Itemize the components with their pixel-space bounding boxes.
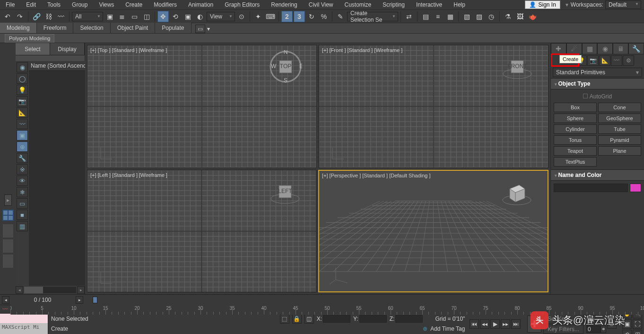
viewport-top[interactable]: [+] [Top ] [Standard ] [Wireframe ] TOPN… — [87, 45, 317, 168]
left-slot-1[interactable] — [2, 224, 14, 238]
menu-scripting[interactable]: Scripting — [377, 0, 410, 9]
filter-frozen-icon[interactable]: ❄ — [17, 187, 28, 197]
btn-tube[interactable]: Tube — [598, 124, 641, 134]
signin-dropdown[interactable]: ▾ — [563, 1, 571, 8]
bind-button[interactable]: 〰 — [55, 11, 67, 22]
cat-cameras[interactable]: 📷 — [587, 55, 599, 66]
ribbon-arrow-icon[interactable]: ▾ — [207, 26, 210, 32]
manipulate-button[interactable]: ✦ — [252, 11, 264, 22]
btn-torus[interactable]: Torus — [554, 135, 597, 145]
tab-hierarchy[interactable]: ▦ — [582, 43, 598, 54]
layers-button[interactable]: ≡ — [432, 11, 444, 22]
snap-toggle-button[interactable]: 2 — [281, 11, 293, 22]
coord-y-input[interactable] — [359, 315, 387, 323]
viewport-left-label[interactable]: [+] [Left ] [Standard ] [Wireframe ] — [90, 172, 167, 178]
edit-named-sel-button[interactable]: ✎ — [335, 11, 346, 22]
keyboard-shortcut-button[interactable]: ⌨ — [265, 11, 276, 22]
ribbon-populate[interactable]: Populate — [155, 23, 191, 33]
filter-xrefs-icon[interactable]: ⊕ — [17, 141, 28, 152]
viewport-front[interactable]: [+] [Front ] [Standard ] [Wireframe ] FR… — [319, 45, 548, 168]
scene-tab-display[interactable]: Display — [50, 43, 85, 55]
rectangle-select-button[interactable]: ▭ — [129, 11, 140, 22]
selection-lock-button[interactable]: ⬚ — [280, 314, 289, 324]
btn-teapot[interactable]: Teapot — [554, 146, 597, 156]
goto-start-button[interactable]: ⏮ — [470, 319, 479, 329]
filter-groups-icon[interactable]: ▣ — [17, 130, 28, 141]
flyout-toggle[interactable]: ▸ — [4, 194, 12, 206]
menu-civilview[interactable]: Civil View — [303, 0, 339, 9]
named-selection-dropdown[interactable]: Create Selection Se — [347, 12, 398, 21]
viewcube-perspective[interactable] — [500, 176, 533, 209]
filter-lights-icon[interactable]: 💡 — [17, 85, 28, 95]
render-button[interactable]: 🫖 — [527, 11, 538, 22]
placement-button[interactable]: ◐ — [194, 11, 206, 22]
menu-edit[interactable]: Edit — [20, 0, 42, 9]
coord-z-input[interactable] — [395, 315, 423, 323]
render-setup-button[interactable]: ⚗ — [502, 11, 513, 22]
ref-coord-dropdown[interactable]: View — [207, 12, 235, 21]
menu-rendering[interactable]: Rendering — [265, 0, 303, 9]
unlink-button[interactable]: ⛓ — [43, 11, 54, 22]
workspace-dropdown[interactable]: Default — [605, 0, 641, 9]
scene-tab-select[interactable]: Select — [16, 43, 50, 55]
window-crossing-button[interactable]: ◫ — [141, 11, 152, 22]
move-button[interactable]: ✥ — [157, 11, 169, 22]
viewport-top-label[interactable]: [+] [Top ] [Standard ] [Wireframe ] — [90, 47, 167, 53]
btn-geosphere[interactable]: GeoSphere — [598, 114, 641, 123]
filter-cameras-icon[interactable]: 📷 — [17, 96, 28, 106]
zoom-extents-button[interactable]: ⛶ — [633, 319, 642, 329]
btn-box[interactable]: Box — [554, 103, 597, 112]
menu-tools[interactable]: Tools — [42, 0, 66, 9]
menu-animation[interactable]: Animation — [183, 0, 219, 9]
tab-display[interactable]: 🖥 — [613, 43, 628, 54]
menu-customize[interactable]: Customize — [339, 0, 377, 9]
btn-pyramid[interactable]: Pyramid — [598, 135, 641, 145]
cat-systems[interactable]: ⚙ — [623, 55, 634, 66]
angle-snap-button[interactable]: 3 — [294, 11, 305, 22]
spinner-snap-button[interactable]: % — [318, 11, 330, 22]
object-name-input[interactable] — [554, 184, 628, 192]
btn-sphere[interactable]: Sphere — [554, 114, 597, 123]
viewcube-left[interactable]: LEFT — [269, 175, 302, 208]
filter-helpers-icon[interactable]: 📐 — [17, 107, 28, 118]
material-editor-button[interactable]: ◷ — [486, 11, 497, 22]
schematic-view-button[interactable]: ▨ — [473, 11, 485, 22]
align-button[interactable]: ▤ — [420, 11, 431, 22]
cat-spacewarps[interactable]: 〰 — [611, 55, 622, 66]
btn-cone[interactable]: Cone — [598, 103, 641, 112]
ribbon-objectpaint[interactable]: Object Paint — [111, 23, 155, 33]
viewcube-front[interactable]: FRONT — [501, 50, 534, 83]
btn-textplus[interactable]: TextPlus — [554, 157, 597, 167]
primitive-type-dropdown[interactable]: Standard Primitives — [553, 68, 642, 77]
mirror-button[interactable]: ⇄ — [403, 11, 415, 22]
tab-motion[interactable]: ◉ — [597, 43, 613, 54]
coord-x-input[interactable] — [323, 315, 350, 323]
select-object-button[interactable]: ▣ — [104, 11, 115, 22]
prev-frame-button[interactable]: ◂◂ — [480, 319, 489, 329]
viewport-perspective[interactable]: [+] [Perspective ] [Standard ] [Default … — [318, 170, 548, 293]
select-by-name-button[interactable]: ≣ — [116, 11, 128, 22]
mini-curve-icon[interactable]: 〰 — [0, 305, 10, 313]
object-color-swatch[interactable] — [630, 184, 641, 192]
filter-bone-icon[interactable]: 🔧 — [17, 153, 28, 163]
tab-modify[interactable]: ☄ — [566, 43, 582, 54]
selection-filter[interactable]: All — [72, 12, 103, 21]
scene-scrollbar[interactable]: ◂▸ — [16, 286, 85, 294]
render-frame-button[interactable]: 🖼 — [514, 11, 526, 22]
play-button[interactable]: ▶ — [490, 319, 500, 329]
btn-plane[interactable]: Plane — [598, 146, 641, 156]
viewcube-top[interactable]: TOPNESW — [269, 50, 302, 83]
pivot-button[interactable]: ⊙ — [236, 11, 247, 22]
left-slot-2[interactable] — [2, 239, 14, 253]
menu-views[interactable]: Views — [93, 0, 120, 9]
ribbon-selection[interactable]: Selection — [73, 23, 110, 33]
btn-cylinder[interactable]: Cylinder — [554, 124, 597, 134]
scale-button[interactable]: ▣ — [182, 11, 193, 22]
orbit-button[interactable]: ⟲ — [622, 330, 632, 334]
cat-helpers[interactable]: 📐 — [599, 55, 610, 66]
undo-button[interactable]: ↶ — [2, 11, 13, 22]
maxscript-output[interactable] — [0, 314, 48, 323]
left-slot-3[interactable] — [2, 254, 14, 268]
maxscript-input[interactable]: MAXScript Mi — [0, 323, 48, 334]
link-button[interactable]: 🔗 — [31, 11, 42, 22]
